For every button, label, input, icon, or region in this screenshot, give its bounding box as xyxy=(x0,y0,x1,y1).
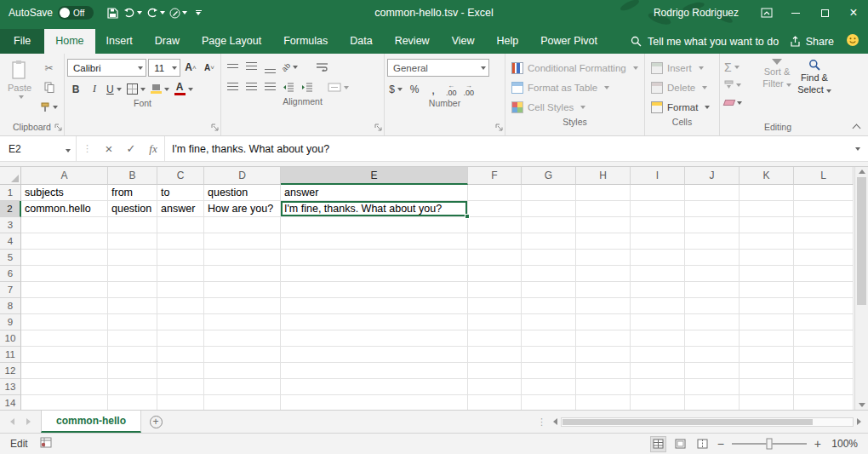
cell-E13[interactable] xyxy=(281,379,468,395)
insert-button[interactable]: Insert xyxy=(648,59,717,77)
autosum-button[interactable]: Σ xyxy=(722,59,758,75)
inking-button[interactable] xyxy=(168,3,189,23)
user-name[interactable]: Rodrigo Rodriguez xyxy=(654,7,739,19)
cell-H8[interactable] xyxy=(576,298,631,314)
cell-C10[interactable] xyxy=(157,330,204,347)
tab-insert[interactable]: Insert xyxy=(95,29,144,54)
vertical-scroll-thumb[interactable] xyxy=(857,177,866,305)
cell-D10[interactable] xyxy=(204,330,281,347)
cell-A10[interactable] xyxy=(21,330,108,347)
cell-J11[interactable] xyxy=(685,347,740,363)
cell-A13[interactable] xyxy=(21,379,108,395)
cell-I11[interactable] xyxy=(631,347,685,363)
cell-C13[interactable] xyxy=(157,379,204,395)
cell-B3[interactable] xyxy=(108,217,157,233)
cell-F14[interactable] xyxy=(468,395,522,410)
tab-help[interactable]: Help xyxy=(486,29,530,54)
cell-G3[interactable] xyxy=(522,217,576,233)
autosave-switch[interactable]: Off xyxy=(58,6,94,20)
cell-A6[interactable] xyxy=(21,266,108,282)
cell-B4[interactable] xyxy=(108,233,157,250)
alignment-dialog-launcher[interactable] xyxy=(374,123,382,133)
cell-B5[interactable] xyxy=(108,250,157,266)
next-sheet-icon[interactable] xyxy=(26,418,31,425)
cell-B6[interactable] xyxy=(108,266,157,282)
tab-formulas[interactable]: Formulas xyxy=(272,29,339,54)
cell-D3[interactable] xyxy=(204,217,281,233)
cell-A3[interactable] xyxy=(21,217,108,233)
cell-H10[interactable] xyxy=(576,330,631,347)
cell-J8[interactable] xyxy=(685,298,740,314)
cell-K2[interactable] xyxy=(740,201,794,217)
cell-K3[interactable] xyxy=(740,217,794,233)
zoom-slider[interactable] xyxy=(732,443,807,445)
scroll-right-icon[interactable] xyxy=(857,418,861,425)
zoom-in-button[interactable]: + xyxy=(814,437,821,451)
sheet-tab-common-hello[interactable]: common-hello xyxy=(41,411,141,433)
cell-K13[interactable] xyxy=(740,379,794,395)
tab-draw[interactable]: Draw xyxy=(144,29,191,54)
redo-caret[interactable] xyxy=(160,11,165,14)
cell-D11[interactable] xyxy=(204,347,281,363)
cell-styles-button[interactable]: Cell Styles xyxy=(508,98,642,116)
cell-F12[interactable] xyxy=(468,363,522,379)
cell-C7[interactable] xyxy=(157,282,204,298)
prev-sheet-icon[interactable] xyxy=(10,418,14,425)
cell-J5[interactable] xyxy=(685,250,740,266)
cell-A14[interactable] xyxy=(21,395,108,410)
decrease-decimal-button[interactable]: →.00 xyxy=(461,83,477,96)
cell-C14[interactable] xyxy=(157,395,204,410)
tab-scroll-splitter[interactable]: ⋮ xyxy=(532,411,551,433)
cell-G9[interactable] xyxy=(522,314,576,330)
cell-K8[interactable] xyxy=(740,298,794,314)
cell-E7[interactable] xyxy=(281,282,468,298)
cell-L9[interactable] xyxy=(794,314,854,330)
cell-H3[interactable] xyxy=(576,217,631,233)
cell-H5[interactable] xyxy=(576,250,631,266)
number-format-combo[interactable]: General xyxy=(387,59,489,77)
horizontal-scroll-track[interactable] xyxy=(561,417,854,427)
macro-record-button[interactable] xyxy=(40,437,52,451)
tab-home[interactable]: Home xyxy=(44,29,94,54)
cell-F10[interactable] xyxy=(468,330,522,347)
cell-H7[interactable] xyxy=(576,282,631,298)
row-header-13[interactable]: 13 xyxy=(0,379,21,395)
clipboard-dialog-launcher[interactable] xyxy=(54,123,62,133)
cell-H4[interactable] xyxy=(576,233,631,250)
row-header-14[interactable]: 14 xyxy=(0,395,21,410)
cell-J14[interactable] xyxy=(685,395,740,410)
format-as-table-button[interactable]: Format as Table xyxy=(508,78,642,96)
row-header-9[interactable]: 9 xyxy=(0,314,21,330)
cell-C1[interactable]: to xyxy=(157,185,204,201)
name-box-caret[interactable] xyxy=(66,143,76,155)
row-header-3[interactable]: 3 xyxy=(0,217,21,233)
cell-K7[interactable] xyxy=(740,282,794,298)
cell-L4[interactable] xyxy=(794,233,854,250)
cell-K9[interactable] xyxy=(740,314,794,330)
cell-E1[interactable]: answer xyxy=(281,185,468,201)
cell-G7[interactable] xyxy=(522,282,576,298)
cell-F2[interactable] xyxy=(468,201,522,217)
borders-button[interactable] xyxy=(125,81,147,97)
name-box[interactable]: E2 xyxy=(2,136,77,161)
cell-I13[interactable] xyxy=(631,379,685,395)
cell-K5[interactable] xyxy=(740,250,794,266)
number-dialog-launcher[interactable] xyxy=(495,123,503,133)
col-header-K[interactable]: K xyxy=(740,167,794,185)
cut-button[interactable]: ✂ xyxy=(38,60,60,76)
cell-I2[interactable] xyxy=(631,201,685,217)
tab-file[interactable]: File xyxy=(0,29,44,54)
undo-button[interactable] xyxy=(122,3,144,23)
cell-B14[interactable] xyxy=(108,395,157,410)
cell-J10[interactable] xyxy=(685,330,740,347)
row-header-1[interactable]: 1 xyxy=(0,185,21,201)
cell-C4[interactable] xyxy=(157,233,204,250)
cell-J9[interactable] xyxy=(685,314,740,330)
scroll-up-icon[interactable] xyxy=(859,170,865,174)
select-all-corner[interactable] xyxy=(0,167,21,185)
cell-L13[interactable] xyxy=(794,379,854,395)
cell-G10[interactable] xyxy=(522,330,576,347)
cell-H13[interactable] xyxy=(576,379,631,395)
cell-J12[interactable] xyxy=(685,363,740,379)
col-header-F[interactable]: F xyxy=(468,167,522,185)
